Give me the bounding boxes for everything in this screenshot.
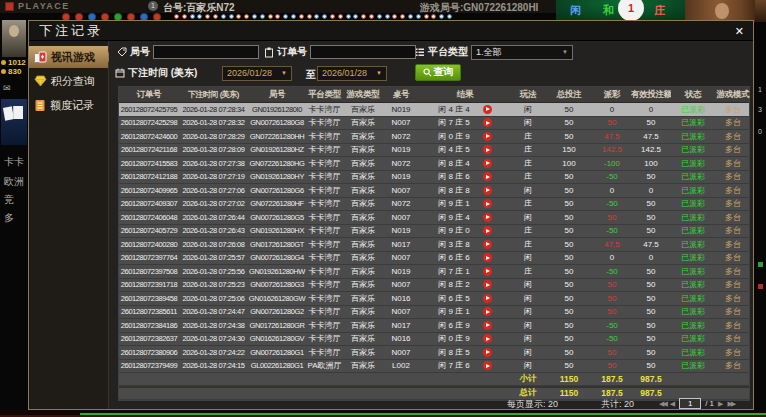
total-bet-cell: 150 [545, 145, 593, 154]
table-row[interactable]: 2601280724257952026-01-28 07:28:34GN0192… [119, 103, 749, 117]
chevron-down-icon: ▼ [281, 70, 287, 76]
sidebar-item-points-query[interactable]: 积分查询 [29, 70, 108, 92]
bead-icon [431, 14, 436, 19]
bead-icon [346, 14, 351, 19]
table-row[interactable]: 2601280724252982026-01-28 07:28:32GN0072… [119, 117, 749, 131]
bead-icon [400, 14, 405, 19]
diamond-icon [34, 75, 47, 87]
replay-button[interactable] [483, 348, 492, 357]
valid-bet-cell: 50 [631, 226, 671, 235]
date-from-picker[interactable]: 2026/01/28 ▼ [222, 66, 292, 81]
replay-button[interactable] [483, 321, 492, 330]
date-to-picker[interactable]: 2026/01/28 ▼ [317, 66, 387, 81]
next-page-button[interactable]: ▶ [718, 400, 723, 408]
table-row[interactable]: 2601280724002802026-01-28 07:26:08GN0172… [119, 238, 749, 252]
table-row[interactable]: 2601280724060482026-01-28 07:26:44GN0072… [119, 211, 749, 225]
status-cell: 已派彩 [671, 347, 715, 358]
result-text: 闲 8 庄 2 [438, 279, 470, 290]
bead-icon [338, 14, 343, 19]
play-type-cell: 闲 [511, 320, 545, 331]
bead-icon [283, 14, 288, 19]
page-input[interactable]: 1 [679, 398, 701, 409]
result-cell: 闲 8 庄 6 [419, 171, 511, 182]
avatar [2, 20, 26, 57]
table-row[interactable]: 2601280724211682026-01-28 07:28:09GN0192… [119, 144, 749, 158]
table-row[interactable]: 2601280724155832026-01-28 07:27:38GN0722… [119, 157, 749, 171]
payout-cell: 142.5 [593, 145, 631, 154]
column-header: 游戏模式 [715, 89, 751, 101]
replay-button[interactable] [483, 253, 492, 262]
play-type-cell: 闲 [511, 293, 545, 304]
result-cell: 闲 6 庄 6 [419, 252, 511, 263]
game-type-cell: 百家乐 [343, 144, 383, 155]
table-row[interactable]: 2601280724246002026-01-28 07:28:29GN0722… [119, 130, 749, 144]
replay-button[interactable] [483, 240, 492, 249]
total-bet-cell: 50 [545, 226, 593, 235]
replay-button[interactable] [483, 118, 492, 127]
replay-button[interactable] [483, 280, 492, 289]
first-page-button[interactable]: ◀◀ [659, 400, 666, 408]
table-row[interactable]: 2601280723975082026-01-28 07:25:56GN0192… [119, 265, 749, 279]
prev-page-button[interactable]: ◀ [670, 400, 675, 408]
table-row[interactable]: 2601280724121882026-01-28 07:27:19GN0192… [119, 171, 749, 185]
bet-time-cell: 2026-01-28 07:25:56 [179, 267, 248, 276]
platform-cell: 卡卡湾厅 [306, 198, 343, 209]
status-cell: 已派彩 [671, 131, 715, 142]
last-page-button[interactable]: ▶▶ [727, 400, 734, 408]
replay-button[interactable] [483, 105, 492, 114]
valid-bet-cell: 50 [631, 199, 671, 208]
replay-button[interactable] [483, 172, 492, 181]
order-no-input[interactable] [310, 45, 416, 59]
replay-button[interactable] [483, 307, 492, 316]
game-mode-cell: 多台 [715, 279, 751, 290]
game-mode-cell: 多台 [715, 131, 751, 142]
replay-button[interactable] [483, 226, 492, 235]
play-type-cell: 庄 [511, 198, 545, 209]
game-mode-cell: 多台 [715, 158, 751, 169]
table-row[interactable]: 2601280723894582026-01-28 07:25:06GN0162… [119, 292, 749, 306]
play-type-cell: 闲 [511, 117, 545, 128]
result-cell: 闲 3 庄 8 [419, 239, 511, 250]
replay-button[interactable] [483, 294, 492, 303]
round-no-input[interactable] [153, 45, 259, 59]
game-type-cell: 百家乐 [343, 306, 383, 317]
table-row[interactable]: 2601280723826372026-01-28 07:24:30GN0162… [119, 333, 749, 347]
sidebar-item-video-games[interactable]: 视讯游戏 [29, 46, 108, 68]
replay-button[interactable] [483, 361, 492, 370]
table-row[interactable]: 2601280724057292026-01-28 07:26:43GN0192… [119, 225, 749, 239]
session-badge: 1 [148, 1, 158, 11]
close-button[interactable]: ✕ [735, 25, 744, 37]
replay-button[interactable] [483, 267, 492, 276]
platform-cell: 卡卡湾厅 [306, 117, 343, 128]
table-row[interactable]: 2601280724099652026-01-28 07:27:06GN0072… [119, 184, 749, 198]
table-row[interactable]: 2601280724093072026-01-28 07:27:02GN0722… [119, 198, 749, 212]
platform-cell: 卡卡湾厅 [306, 144, 343, 155]
replay-button[interactable] [483, 199, 492, 208]
platform-select[interactable]: 1.全部 ▼ [471, 45, 573, 60]
platform-cell: 卡卡湾厅 [306, 225, 343, 236]
replay-button[interactable] [483, 186, 492, 195]
replay-button[interactable] [483, 132, 492, 141]
result-text: 闲 7 庄 5 [438, 117, 470, 128]
clipboard-icon [264, 47, 274, 58]
table-row[interactable]: 2601280723917182026-01-28 07:25:23GN0072… [119, 279, 749, 293]
table-row[interactable]: 2601280723841862026-01-28 07:24:38GN0172… [119, 319, 749, 333]
replay-button[interactable] [483, 213, 492, 222]
column-header: 玩法 [511, 89, 545, 101]
lobby-menu-item: 卡卡 [4, 155, 24, 169]
table-row[interactable]: 2601280723977642026-01-28 07:25:57GN0072… [119, 252, 749, 266]
cards-icon [34, 51, 47, 64]
table-row[interactable]: 2601280723794992026-01-28 07:24:15GL0022… [119, 360, 749, 374]
table-row[interactable]: 2601280723856112026-01-28 07:24:47GN0072… [119, 306, 749, 320]
chevron-down-icon: ▼ [376, 70, 382, 76]
replay-button[interactable] [483, 334, 492, 343]
bet-time-cell: 2026-01-28 07:25:23 [179, 280, 248, 289]
table-no-cell: N019 [383, 145, 419, 154]
status-cell: 已派彩 [671, 104, 715, 115]
sidebar-item-quota-records[interactable]: 额度记录 [29, 94, 108, 116]
replay-button[interactable] [483, 159, 492, 168]
search-button[interactable]: 查询 [415, 64, 461, 81]
replay-button[interactable] [483, 145, 492, 154]
table-row[interactable]: 2601280723809062026-01-28 07:24:22GN0072… [119, 346, 749, 360]
table-no-cell: N016 [383, 294, 419, 303]
